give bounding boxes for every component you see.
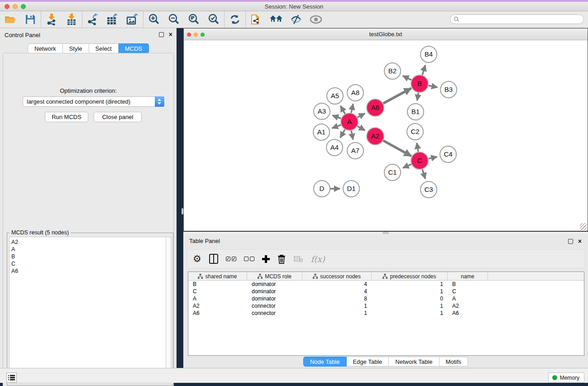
- tab-mcds[interactable]: MCDS: [119, 43, 149, 53]
- search-input[interactable]: [462, 15, 583, 23]
- table-cell[interactable]: 1: [372, 281, 448, 287]
- tab-edge-table[interactable]: Edge Table: [346, 357, 389, 367]
- node-A4[interactable]: A4: [326, 139, 343, 156]
- edge-A-A4[interactable]: [340, 129, 345, 138]
- edge-C-C3[interactable]: [422, 169, 425, 179]
- edge-A-A6[interactable]: [358, 113, 365, 117]
- network-canvas[interactable]: B4B2BB3A5A8A6B1A3AA1C2A2A4A7C4CC1C3DD1: [184, 40, 588, 231]
- node-C1[interactable]: C1: [384, 164, 401, 181]
- table-row[interactable]: Cdominator41C: [188, 288, 584, 295]
- task-history-button[interactable]: [6, 372, 17, 383]
- export-table-icon[interactable]: [106, 13, 120, 26]
- edge-A2-C[interactable]: [383, 141, 411, 156]
- node-D[interactable]: D: [314, 181, 330, 197]
- home-view-icon[interactable]: [269, 13, 283, 26]
- table-row[interactable]: Bdominator41B: [188, 281, 584, 288]
- show-panels-icon[interactable]: [309, 13, 323, 26]
- close-panel-button[interactable]: Close panel: [94, 112, 142, 122]
- node-B4[interactable]: B4: [421, 46, 437, 62]
- node-C4[interactable]: C4: [440, 146, 456, 162]
- column-header-MCDS-role[interactable]: MCDS role: [247, 272, 302, 281]
- column-header-shared-name[interactable]: shared name: [188, 272, 247, 281]
- float-table-panel-icon[interactable]: [568, 239, 573, 244]
- edge-B-B2[interactable]: [403, 76, 411, 80]
- node-B2[interactable]: B2: [384, 63, 401, 79]
- node-A[interactable]: A: [341, 113, 358, 130]
- edge-C-C4[interactable]: [429, 157, 437, 158]
- edge-A-A3[interactable]: [332, 115, 341, 119]
- add-row-icon[interactable]: [262, 252, 270, 266]
- table-cell[interactable]: A2: [448, 303, 488, 309]
- edge-B-B4[interactable]: [422, 65, 425, 75]
- node-A6[interactable]: A6: [367, 99, 384, 116]
- node-C2[interactable]: C2: [407, 124, 423, 140]
- show-columns-icon[interactable]: [209, 252, 218, 266]
- tab-style[interactable]: Style: [63, 43, 89, 53]
- deselect-all-icon[interactable]: [244, 252, 254, 266]
- table-cell[interactable]: 1: [372, 303, 448, 309]
- network-window-resize-grip[interactable]: [580, 223, 587, 230]
- table-cell[interactable]: connector: [247, 303, 302, 309]
- tab-select[interactable]: Select: [89, 43, 119, 53]
- edge-A-A5[interactable]: [340, 106, 345, 114]
- memory-button[interactable]: Memory: [548, 372, 584, 383]
- mcds-result-item[interactable]: A2: [11, 238, 166, 246]
- edge-B-B1[interactable]: [417, 93, 419, 100]
- table-row[interactable]: A2connector11A2: [188, 302, 584, 310]
- delete-row-icon[interactable]: [277, 252, 286, 266]
- mcds-result-item[interactable]: B: [11, 253, 166, 260]
- node-A2[interactable]: A2: [367, 128, 384, 145]
- float-panel-icon[interactable]: [159, 32, 164, 37]
- table-cell[interactable]: A2: [188, 303, 247, 309]
- table-cell[interactable]: 1: [302, 310, 372, 316]
- zoom-fit-icon[interactable]: [187, 13, 201, 26]
- table-cell[interactable]: connector: [247, 310, 302, 316]
- edge-C-C1[interactable]: [403, 164, 411, 168]
- criterion-select[interactable]: largest connected component (directed): [23, 96, 164, 107]
- node-B[interactable]: B: [411, 75, 428, 92]
- table-cell[interactable]: A: [188, 295, 247, 302]
- edge-A6-B[interactable]: [383, 88, 411, 103]
- table-cell[interactable]: 1: [372, 310, 448, 316]
- column-header-successor-nodes[interactable]: successor nodes: [302, 272, 372, 281]
- node-A7[interactable]: A7: [347, 143, 363, 159]
- open-session-icon[interactable]: [4, 13, 17, 26]
- table-cell[interactable]: A: [448, 295, 488, 302]
- table-cell[interactable]: A6: [188, 310, 247, 316]
- settings-gear-icon[interactable]: ⚙: [193, 252, 201, 266]
- table-cell[interactable]: 4: [302, 281, 372, 287]
- close-table-panel-icon[interactable]: ×: [578, 238, 582, 245]
- run-mcds-button[interactable]: Run MCDS: [45, 112, 88, 122]
- edge-C-C2[interactable]: [417, 143, 418, 152]
- close-panel-icon[interactable]: ×: [169, 31, 172, 38]
- tab-node-table[interactable]: Node Table: [303, 357, 347, 367]
- node-A8[interactable]: A8: [347, 85, 363, 101]
- node-D1[interactable]: D1: [343, 181, 359, 197]
- hide-panels-icon[interactable]: [289, 13, 303, 26]
- refresh-layout-icon[interactable]: [228, 13, 242, 26]
- table-cell[interactable]: B: [448, 281, 488, 287]
- select-all-icon[interactable]: ✓✓: [226, 252, 236, 266]
- node-C3[interactable]: C3: [421, 181, 437, 198]
- network-window-titlebar[interactable]: testGlobe.txt: [184, 29, 588, 40]
- network-horizontal-scrollbar-thumb[interactable]: [382, 232, 389, 234]
- node-A3[interactable]: A3: [314, 103, 330, 119]
- tab-network-table[interactable]: Network Table: [389, 357, 439, 367]
- node-B3[interactable]: B3: [440, 81, 457, 98]
- edge-A-A1[interactable]: [332, 125, 341, 128]
- export-image-icon[interactable]: [126, 13, 139, 26]
- node-B1[interactable]: B1: [407, 104, 424, 120]
- edge-B-B3[interactable]: [429, 86, 438, 87]
- table-cell[interactable]: 0: [372, 295, 448, 302]
- node-A1[interactable]: A1: [313, 124, 330, 140]
- export-network-icon[interactable]: [86, 13, 100, 26]
- mcds-result-item[interactable]: A6: [11, 267, 166, 275]
- zoom-in-icon[interactable]: [147, 13, 161, 26]
- table-cell[interactable]: 1: [302, 303, 372, 309]
- node-C[interactable]: C: [411, 152, 428, 169]
- mcds-result-list[interactable]: A2ABCA6: [9, 237, 166, 383]
- import-network-icon[interactable]: [45, 13, 58, 26]
- mcds-result-item[interactable]: C: [11, 260, 166, 267]
- edge-A-A8[interactable]: [351, 104, 353, 113]
- table-row[interactable]: Adominator80A: [188, 295, 584, 302]
